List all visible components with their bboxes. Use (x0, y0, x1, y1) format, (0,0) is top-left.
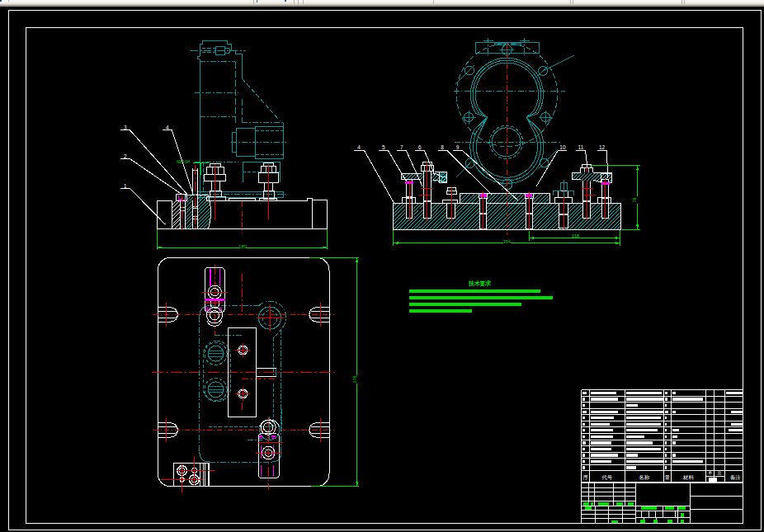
svg-text:9: 9 (456, 144, 460, 150)
svg-text:4: 4 (357, 144, 361, 150)
svg-text:量: 量 (665, 474, 671, 480)
svg-text:单: 单 (708, 470, 712, 475)
svg-text:4: 4 (166, 125, 169, 130)
svg-text:12: 12 (599, 144, 606, 150)
svg-text:11: 11 (578, 144, 584, 150)
svg-text:78: 78 (632, 198, 637, 203)
svg-text:6: 6 (418, 144, 422, 150)
svg-text:354: 354 (503, 239, 511, 244)
svg-text:2: 2 (124, 153, 127, 159)
svg-text:材料: 材料 (682, 474, 694, 481)
svg-text:序: 序 (582, 474, 587, 480)
svg-text:总: 总 (718, 470, 722, 475)
svg-text:名称: 名称 (639, 474, 649, 481)
svg-text:180: 180 (238, 244, 246, 249)
svg-text:代号: 代号 (601, 474, 612, 480)
svg-text:278: 278 (352, 376, 357, 384)
svg-text:8: 8 (441, 144, 444, 150)
svg-text:218: 218 (572, 233, 579, 238)
svg-text:10: 10 (559, 144, 566, 150)
svg-text:备注: 备注 (730, 474, 741, 481)
svg-text:技术要求: 技术要求 (468, 280, 491, 287)
svg-text:3: 3 (124, 125, 127, 130)
svg-text:7: 7 (400, 144, 403, 150)
svg-text:5: 5 (382, 144, 385, 150)
svg-text:1: 1 (124, 183, 127, 189)
